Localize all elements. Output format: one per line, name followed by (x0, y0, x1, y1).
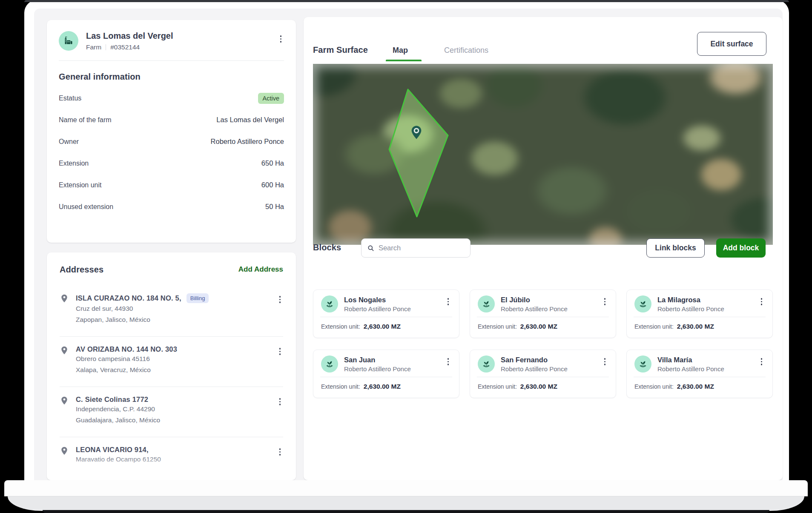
info-row-value: 600 Ha (261, 181, 284, 189)
block-card: Los Nogales Roberto Astillero Ponce Exte… (313, 289, 459, 338)
tab-certifications[interactable]: Certifications (444, 46, 488, 55)
panel-title: Farm Surface (313, 45, 368, 55)
block-avatar (478, 355, 495, 373)
divider (59, 60, 284, 61)
farm-menu-button[interactable] (278, 33, 284, 45)
divider (477, 317, 609, 317)
block-name: San Fernando (501, 356, 568, 364)
billing-badge: Billing (187, 293, 209, 303)
farm-avatar (59, 31, 78, 51)
info-row: Name of the farm Las Lomas del Vergel (59, 109, 284, 131)
farm-summary-card: Las Lomas del Vergel Farm #0352144 Gener… (47, 20, 296, 243)
info-row: Owner Roberto Astillero Ponce (59, 131, 284, 152)
farm-surface-panel: Farm Surface Map Certifications Edit sur… (304, 17, 783, 480)
block-name: La Milagrosa (657, 296, 724, 304)
address-title: C. Siete Colinas 1772 (76, 395, 148, 404)
general-info-rows: Estatus Active Name of the farm Las Loma… (59, 87, 284, 218)
block-identity: Villa María Roberto Astillero Ponce (657, 356, 724, 373)
info-row-label: Extension (59, 160, 89, 167)
info-row-label: Owner (59, 138, 79, 146)
sprout-hands-icon (638, 359, 648, 369)
block-name: Los Nogales (344, 296, 411, 304)
extension-unit-value: 2,630.00 MZ (520, 323, 557, 330)
block-menu-button[interactable] (602, 295, 608, 308)
info-row: Unused extension 50 Ha (59, 196, 284, 218)
address-body: LEONA VICARIO 914, Maravatio de Ocampo 6… (76, 446, 270, 465)
block-menu-button[interactable] (602, 355, 608, 368)
block-menu-button[interactable] (445, 295, 452, 308)
block-owner: Roberto Astillero Ponce (344, 365, 411, 373)
address-title: AV ORIZABA NO. 144 NO. 303 (76, 345, 177, 353)
address-menu-button[interactable] (277, 345, 284, 375)
block-card: La Milagrosa Roberto Astillero Ponce Ext… (626, 289, 773, 338)
block-card-header: El Júbilo Roberto Astillero Ponce (478, 295, 608, 312)
farm-subtitle: Farm #0352144 (86, 43, 173, 51)
extension-unit-value: 2,630.00 MZ (364, 323, 401, 330)
block-avatar (634, 295, 651, 312)
map-overlay (313, 64, 773, 245)
block-card-footer: Extension unit: 2,630.00 MZ (478, 383, 608, 390)
extension-unit-label: Extension unit: (321, 383, 360, 390)
block-card-header: La Milagrosa Roberto Astillero Ponce (634, 295, 765, 312)
laptop-deck-base (8, 496, 804, 511)
sprout-hands-icon (324, 299, 335, 309)
address-list: ISLA CURAZAO NO. 184 NO. 5, Billing Cruz… (60, 285, 283, 476)
map-pin-icon (60, 396, 69, 405)
address-menu-button[interactable] (277, 395, 284, 426)
edit-surface-button[interactable]: Edit surface (697, 32, 766, 56)
extension-unit-label: Extension unit: (634, 383, 674, 390)
address-title-row: ISLA CURAZAO NO. 184 NO. 5, Billing (76, 293, 270, 303)
tab-map[interactable]: Map (393, 46, 408, 55)
status-badge: Active (258, 93, 284, 104)
address-list-item: AV ORIZABA NO. 144 NO. 303 Obrero campes… (60, 336, 283, 387)
farm-header: Las Lomas del Vergel Farm #0352144 (59, 31, 284, 51)
block-card-footer: Extension unit: 2,630.00 MZ (478, 323, 608, 330)
farm-boundary-polygon[interactable] (389, 89, 448, 217)
info-row-value: 50 Ha (265, 203, 284, 211)
address-menu-button[interactable] (277, 293, 284, 325)
sprout-hands-icon (481, 299, 491, 309)
block-card-header: Los Nogales Roberto Astillero Ponce (321, 295, 451, 312)
block-avatar (478, 295, 495, 312)
block-avatar (321, 295, 338, 312)
info-row-value: Roberto Astillero Ponce (211, 138, 284, 146)
address-body: AV ORIZABA NO. 144 NO. 303 Obrero campes… (76, 345, 270, 375)
block-card: San Juan Roberto Astillero Ponce Extensi… (313, 350, 459, 398)
addresses-card: Addresses Add Address ISLA CURAZAO NO. 1… (47, 252, 296, 480)
block-menu-button[interactable] (758, 295, 765, 308)
add-address-button[interactable]: Add Address (238, 265, 283, 274)
block-card-footer: Extension unit: 2,630.00 MZ (321, 323, 451, 330)
search-input[interactable] (379, 244, 464, 252)
divider (320, 317, 452, 317)
extension-unit-value: 2,630.00 MZ (364, 383, 401, 390)
extension-unit-label: Extension unit: (478, 323, 517, 330)
block-identity: El Júbilo Roberto Astillero Ponce (501, 296, 568, 312)
block-menu-button[interactable] (445, 355, 452, 368)
info-row: Extension 650 Ha (59, 152, 284, 174)
block-avatar (634, 355, 651, 373)
divider (320, 377, 452, 377)
block-menu-button[interactable] (758, 355, 765, 368)
address-list-item: LEONA VICARIO 914, Maravatio de Ocampo 6… (60, 437, 283, 476)
address-line: Independencia, C.P. 44290 (76, 404, 270, 415)
block-identity: La Milagrosa Roberto Astillero Ponce (657, 296, 724, 312)
block-card-footer: Extension unit: 2,630.00 MZ (321, 383, 451, 390)
address-body: C. Siete Colinas 1772 Independencia, C.P… (76, 395, 270, 426)
link-blocks-button[interactable]: Link blocks (646, 238, 705, 258)
block-card-footer: Extension unit: 2,630.00 MZ (634, 323, 765, 330)
addresses-header: Addresses Add Address (60, 264, 283, 275)
address-menu-button[interactable] (277, 446, 284, 465)
divider (477, 377, 609, 377)
laptop-deck-top (4, 480, 808, 496)
block-owner: Roberto Astillero Ponce (657, 305, 724, 312)
info-row-label: Estatus (59, 95, 81, 102)
address-title-row: C. Siete Colinas 1772 (76, 395, 270, 404)
sprout-hands-icon (481, 359, 491, 369)
add-block-button[interactable]: Add block (716, 238, 766, 258)
search-icon (367, 244, 374, 252)
farm-type-label: Farm (86, 43, 101, 51)
satellite-map[interactable] (313, 64, 773, 245)
block-owner: Roberto Astillero Ponce (344, 305, 411, 312)
block-name: El Júbilo (501, 296, 568, 304)
extension-unit-label: Extension unit: (634, 323, 674, 330)
